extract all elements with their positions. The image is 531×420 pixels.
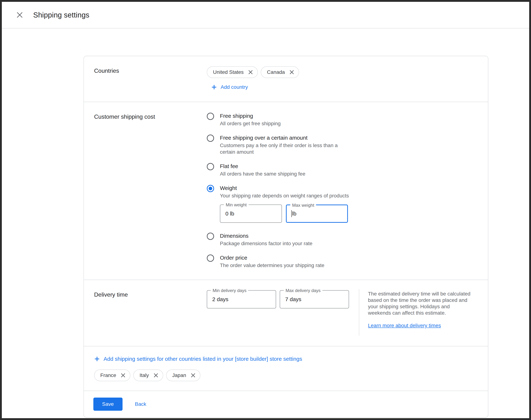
delivery-times-link[interactable]: Learn more about delivery times <box>368 322 441 329</box>
radio-icon[interactable] <box>207 255 214 262</box>
radio-icon[interactable] <box>207 113 214 120</box>
remove-country-icon[interactable] <box>289 70 294 75</box>
radio-option-order-price[interactable]: Order price The order value determines y… <box>207 254 478 269</box>
add-country-button[interactable]: Add country <box>207 84 248 90</box>
add-shipping-settings-label: Add shipping settings for other countrie… <box>104 356 302 362</box>
other-countries-section: Add shipping settings for other countrie… <box>84 346 488 391</box>
radio-option-desc: The order value determines your shipping… <box>220 262 324 269</box>
max-delivery-days-value: 7 days <box>285 296 301 302</box>
plus-icon <box>211 84 217 90</box>
radio-option-weight[interactable]: Weight Your shipping rate depends on wei… <box>207 184 478 225</box>
radio-option-desc: All orders have the same shipping fee <box>220 171 305 177</box>
radio-option-desc: Customers pay a fee only if their order … <box>220 142 341 155</box>
radio-option-title: Free shipping <box>220 112 281 120</box>
max-weight-field[interactable]: Max weight lb <box>286 205 348 223</box>
country-chip-label: Canada <box>267 69 285 75</box>
country-chip-canada[interactable]: Canada <box>261 66 299 78</box>
remove-country-icon[interactable] <box>153 373 158 378</box>
min-weight-field[interactable]: Min weight 0 lb <box>220 205 282 223</box>
min-weight-field-label: Min weight <box>224 202 249 208</box>
country-chip-italy[interactable]: Italy <box>133 370 163 381</box>
country-chip-label: United States <box>213 69 244 75</box>
min-delivery-days-value: 2 days <box>212 296 228 302</box>
remove-country-icon[interactable] <box>121 373 126 378</box>
max-weight-field-label: Max weight <box>290 202 316 208</box>
radio-option-title: Dimensions <box>220 232 312 240</box>
radio-option-dimensions[interactable]: Dimensions Package dimensions factor int… <box>207 232 478 247</box>
radio-option-free-over-amount[interactable]: Free shipping over a certain amount Cust… <box>207 134 478 155</box>
countries-section: Countries United States Canada <box>84 56 488 102</box>
shipping-cost-section: Customer shipping cost Free shipping All… <box>84 102 488 280</box>
country-chip-united-states[interactable]: United States <box>207 66 258 78</box>
radio-icon-selected[interactable] <box>207 185 214 192</box>
min-weight-field-value: 0 lb <box>225 210 234 217</box>
delivery-time-section-label: Delivery time <box>94 290 207 336</box>
text-cursor <box>291 210 292 217</box>
countries-chip-row: United States Canada <box>207 66 478 78</box>
vertical-divider <box>359 289 359 336</box>
max-delivery-days-label: Max delivery days <box>284 288 322 294</box>
header: Shipping settings <box>2 2 529 29</box>
radio-option-desc: Package dimensions factor into your rate <box>220 240 312 247</box>
page-title: Shipping settings <box>33 11 89 19</box>
add-country-label: Add country <box>221 84 248 90</box>
delivery-time-section: Delivery time Min delivery days 2 days M… <box>84 280 488 346</box>
close-icon[interactable] <box>15 10 24 20</box>
min-delivery-days-field[interactable]: Min delivery days 2 days <box>207 290 276 308</box>
radio-option-desc: All orders get free shipping <box>220 120 281 127</box>
shipping-cost-section-label: Customer shipping cost <box>94 112 207 270</box>
weight-fields-row: Min weight 0 lb Max weight lb <box>220 205 349 223</box>
country-chip-label: France <box>100 373 116 378</box>
remove-country-icon[interactable] <box>191 373 196 378</box>
radio-option-title: Weight <box>220 184 349 192</box>
max-weight-field-value: lb <box>292 210 296 217</box>
country-chip-label: Italy <box>139 373 149 378</box>
radio-option-free-shipping[interactable]: Free shipping All orders get free shippi… <box>207 112 478 127</box>
country-chip-label: Japan <box>172 373 186 378</box>
back-button[interactable]: Back <box>135 401 146 407</box>
save-button[interactable]: Save <box>93 398 122 411</box>
country-chip-japan[interactable]: Japan <box>166 370 200 381</box>
radio-icon[interactable] <box>207 135 214 142</box>
min-delivery-days-label: Min delivery days <box>211 288 248 294</box>
radio-icon[interactable] <box>207 163 214 170</box>
add-shipping-settings-button[interactable]: Add shipping settings for other countrie… <box>94 356 302 362</box>
radio-option-title: Flat fee <box>220 163 305 170</box>
country-chip-france[interactable]: France <box>94 370 130 381</box>
radio-option-flat-fee[interactable]: Flat fee All orders have the same shippi… <box>207 163 478 177</box>
other-countries-chip-row: France Italy Japan <box>94 370 478 381</box>
remove-country-icon[interactable] <box>248 70 253 75</box>
footer-actions: Save Back <box>84 391 488 417</box>
settings-card: Countries United States Canada <box>84 56 488 418</box>
delivery-fields-row: Min delivery days 2 days Max delivery da… <box>207 290 349 336</box>
radio-option-desc: Your shipping rate depends on weight ran… <box>220 193 349 199</box>
max-delivery-days-field[interactable]: Max delivery days 7 days <box>280 290 349 308</box>
radio-icon[interactable] <box>207 233 214 240</box>
plus-icon <box>94 356 100 362</box>
delivery-helper-text: The estimated delivery time will be calc… <box>368 291 470 316</box>
shipping-settings-dialog: Shipping settings Countries United State… <box>0 0 531 420</box>
radio-option-title: Order price <box>220 254 324 261</box>
countries-section-label: Countries <box>94 66 207 91</box>
radio-option-title: Free shipping over a certain amount <box>220 134 341 141</box>
